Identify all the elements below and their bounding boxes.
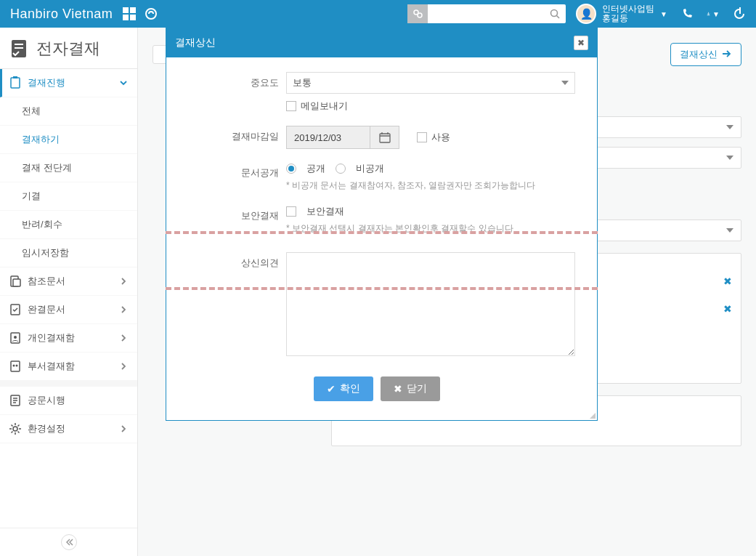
nav-label: 참조문서 — [28, 275, 65, 288]
global-search — [407, 4, 566, 23]
sidebar-item-personal-box[interactable]: 개인결재함 — [0, 324, 137, 352]
confirm-button[interactable]: ✔ 확인 — [314, 376, 373, 401]
svg-point-18 — [14, 336, 17, 339]
disclosure-public-radio[interactable] — [286, 164, 296, 174]
chevron-right-icon — [118, 361, 129, 371]
svg-point-21 — [16, 365, 18, 367]
modal-header: 결재상신 ✖ — [166, 28, 597, 57]
importance-select[interactable]: 보통 — [286, 72, 575, 94]
button-label: 확인 — [340, 382, 360, 395]
check-icon: ✔ — [327, 383, 336, 395]
dept-doc-icon — [9, 360, 22, 373]
label-opinion: 상신의견 — [166, 252, 279, 270]
logout-icon[interactable] — [733, 7, 746, 20]
phone-icon[interactable] — [680, 7, 694, 20]
clipboard-icon — [9, 76, 22, 89]
send-mail-checkbox[interactable] — [286, 101, 296, 111]
user-name: 홍길동 — [602, 14, 654, 23]
nav-label: 완결문서 — [28, 303, 65, 316]
sidebar-item-dispatch[interactable]: 공문시행 — [0, 387, 137, 415]
sidebar-sub-rejected[interactable]: 반려/회수 — [0, 211, 137, 239]
deadline-date-input: 2019/12/03 — [286, 126, 399, 149]
disclosure-private-label: 비공개 — [356, 162, 384, 175]
nav-label: 공문시행 — [28, 394, 65, 407]
sidebar-item-settings[interactable]: 환경설정 — [0, 415, 137, 443]
official-doc-icon — [9, 394, 22, 407]
top-header: Hanbiro Vietnam 👤 인터넷사업팀 홍길동 ▼ ▼ — [0, 0, 756, 28]
disclosure-private-radio[interactable] — [336, 164, 346, 174]
label-secure: 보안결재 — [166, 205, 279, 222]
use-deadline-checkbox[interactable] — [417, 132, 427, 142]
svg-rect-3 — [130, 15, 136, 20]
svg-rect-12 — [11, 78, 20, 88]
nav-label: 환경설정 — [28, 422, 65, 435]
row-disclosure: 문서공개 공개 비공개 * 비공개 문서는 결재참여자, 참조자, 열람권자만 … — [166, 162, 587, 192]
user-doc-icon — [9, 331, 22, 345]
label-disclosure: 문서공개 — [166, 162, 279, 180]
svg-point-6 — [418, 13, 422, 17]
user-block[interactable]: 👤 인터넷사업팀 홍길동 ▼ — [576, 4, 667, 24]
sidebar-nav: 결재진행 전체 결재하기 결재 전단계 기결 반려/회수 임시저장함 참조문서 — [0, 69, 137, 528]
row-importance: 중요도 보통 메일보내기 — [166, 72, 587, 113]
sidebar-sub-do-approval[interactable]: 결재하기 — [0, 126, 137, 154]
sidebar: 전자결재 결재진행 전체 결재하기 결재 전단계 기결 반려/회수 임시저장함 — [0, 28, 138, 556]
chevron-down-icon — [726, 125, 733, 129]
modal-body: 중요도 보통 메일보내기 결재마감일 2019/12/03 — [166, 57, 597, 420]
svg-rect-15 — [13, 279, 20, 286]
search-icon[interactable] — [544, 4, 566, 23]
header-actions: ▼ — [680, 7, 746, 20]
row-secure: 보안결재 보안결재 * 보안결재 선택시 결재자는 본인확인후 결재할수 있습니… — [166, 205, 587, 235]
svg-rect-13 — [13, 76, 17, 78]
sidebar-item-approval-progress[interactable]: 결재진행 — [0, 69, 137, 97]
row-deadline: 결재마감일 2019/12/03 사용 — [166, 126, 587, 149]
calendar-icon[interactable] — [370, 126, 399, 149]
sidebar-sub-pre-approval[interactable]: 결재 전단계 — [0, 154, 137, 182]
search-input[interactable] — [428, 4, 544, 23]
svg-rect-1 — [130, 7, 136, 13]
apps-grid-icon[interactable] — [123, 7, 136, 20]
row-opinion: 상신의견 — [166, 252, 587, 359]
label-deadline: 결재마감일 — [166, 126, 279, 143]
sidebar-item-reference-docs[interactable]: 참조문서 — [0, 267, 137, 296]
svg-point-7 — [551, 10, 558, 17]
chevron-down-icon: ▼ — [660, 10, 667, 18]
button-label: 닫기 — [407, 382, 427, 395]
svg-rect-27 — [380, 134, 390, 142]
sidebar-sub-draft[interactable]: 임시저장함 — [0, 239, 137, 267]
collapse-button[interactable] — [61, 534, 77, 550]
nav-label: 결재진행 — [28, 76, 65, 89]
sidebar-item-dept-box[interactable]: 부서결재함 — [0, 352, 137, 381]
select-value: 보통 — [293, 76, 312, 89]
doc-done-icon — [9, 303, 22, 316]
secure-approval-checkbox[interactable] — [286, 206, 296, 217]
chevron-down-icon: ▼ — [712, 10, 720, 18]
remove-item-icon[interactable]: ✖ — [723, 275, 732, 287]
search-scope-icon[interactable] — [407, 4, 428, 23]
svg-line-8 — [557, 16, 560, 19]
sidebar-sub-all[interactable]: 전체 — [0, 97, 137, 126]
chevron-down-icon — [726, 228, 733, 233]
deadline-date-value[interactable]: 2019/12/03 — [286, 126, 370, 149]
approval-submit-modal: 결재상신 ✖ 중요도 보통 메일보내기 결재마감일 2019/12 — [166, 28, 598, 421]
app-switcher-icons — [123, 7, 158, 20]
nav-label: 부서결재함 — [28, 360, 75, 373]
user-info: 인터넷사업팀 홍길동 — [602, 4, 654, 23]
download-icon[interactable]: ▼ — [707, 7, 720, 20]
sidebar-item-completed-docs[interactable]: 완결문서 — [0, 296, 137, 324]
submit-approval-button[interactable]: 결재상신 — [670, 43, 741, 66]
cloud-sync-icon[interactable] — [145, 7, 158, 20]
approval-doc-icon — [9, 39, 29, 59]
secure-approval-label: 보안결재 — [306, 205, 344, 218]
svg-rect-11 — [15, 47, 23, 49]
close-button[interactable]: ✖ 닫기 — [381, 376, 440, 401]
sidebar-collapse — [0, 528, 137, 556]
svg-point-4 — [146, 9, 156, 19]
resize-handle-icon[interactable] — [585, 408, 596, 419]
close-icon[interactable]: ✖ — [574, 36, 588, 50]
arrow-right-icon — [722, 49, 732, 60]
opinion-textarea[interactable] — [286, 252, 575, 356]
chevron-down-icon — [561, 81, 569, 85]
remove-item-icon[interactable]: ✖ — [723, 303, 732, 315]
sidebar-sub-approved[interactable]: 기결 — [0, 182, 137, 211]
chevron-right-icon — [118, 333, 129, 343]
